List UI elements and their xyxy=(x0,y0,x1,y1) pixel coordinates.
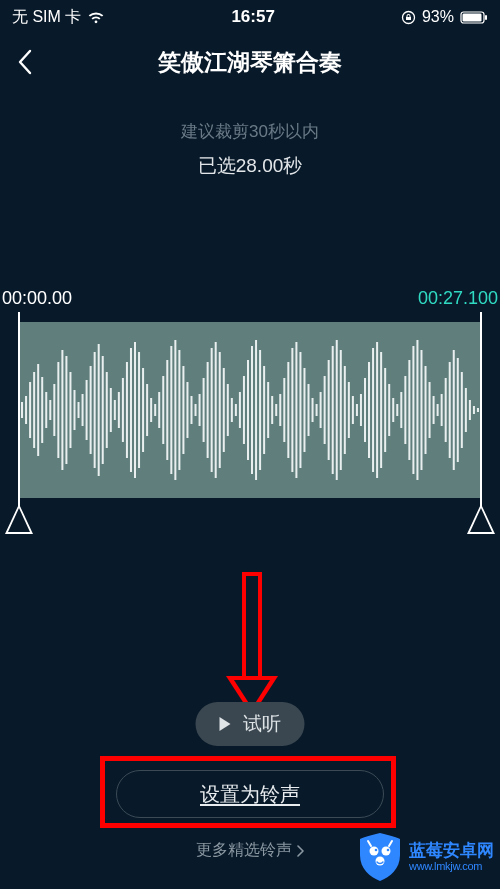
trim-start-time: 00:00.00 xyxy=(2,288,72,309)
back-button[interactable] xyxy=(0,34,50,90)
wifi-icon xyxy=(87,11,105,24)
waveform-icon xyxy=(18,322,482,498)
status-bar: 无 SIM 卡 16:57 93% xyxy=(0,0,500,34)
set-ringtone-label: 设置为铃声 xyxy=(200,781,300,808)
more-ringtones-link[interactable]: 更多精选铃声 xyxy=(0,840,500,861)
trim-hint: 建议裁剪30秒以内 xyxy=(0,120,500,143)
battery-percent-label: 93% xyxy=(422,8,454,26)
play-icon xyxy=(220,717,231,731)
trim-end-line xyxy=(480,312,482,532)
svg-rect-3 xyxy=(485,15,487,20)
preview-label: 试听 xyxy=(243,711,281,737)
battery-icon xyxy=(460,11,488,24)
orientation-lock-icon xyxy=(401,10,416,25)
header: 笑傲江湖琴箫合奏 xyxy=(0,34,500,90)
clock-label: 16:57 xyxy=(105,7,401,27)
trim-start-handle[interactable] xyxy=(5,504,33,534)
more-ringtones-label: 更多精选铃声 xyxy=(196,840,292,861)
svg-rect-2 xyxy=(463,13,482,21)
trim-end-time: 00:27.100 xyxy=(418,288,498,309)
trim-end-handle[interactable] xyxy=(467,504,495,534)
watermark-url: www.lmkjw.com xyxy=(409,861,494,872)
selected-duration: 已选28.00秒 xyxy=(0,153,500,179)
chevron-left-icon xyxy=(17,49,33,75)
set-ringtone-button[interactable]: 设置为铃声 xyxy=(116,770,384,818)
page-title: 笑傲江湖琴箫合奏 xyxy=(0,47,500,78)
carrier-label: 无 SIM 卡 xyxy=(12,7,81,28)
waveform-trimmer[interactable]: 00:00.00 00:27.100 xyxy=(0,288,500,548)
chevron-right-icon xyxy=(296,845,304,857)
trim-start-line xyxy=(18,312,20,532)
preview-button[interactable]: 试听 xyxy=(196,702,305,746)
status-left: 无 SIM 卡 xyxy=(12,7,105,28)
waveform-display xyxy=(18,322,482,498)
status-right: 93% xyxy=(401,8,488,26)
